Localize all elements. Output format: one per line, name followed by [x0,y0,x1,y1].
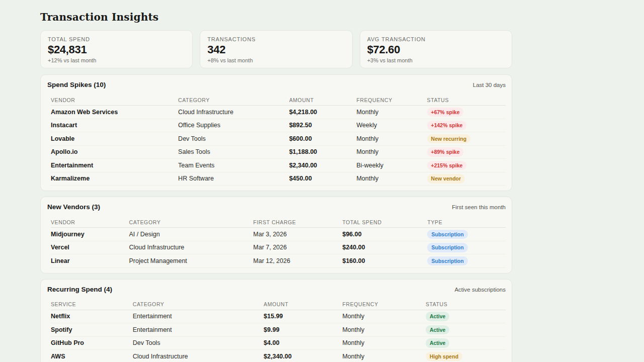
column-header: FREQUENCY [342,301,425,307]
cell: $15.99 [264,313,342,320]
cell: HR Software [178,175,289,182]
section-header-new-vendors: New Vendors (3)First seen this month [47,203,506,212]
stat-trend: +12% vs last month [48,57,185,63]
column-header: AMOUNT [264,301,342,307]
column-header: FIRST CHARGE [253,219,342,225]
table-row: KarmalizemeHR Software$450.00MonthlyNew … [51,172,506,186]
stat-value: $24,831 [48,43,185,56]
status-badge: Subscription [427,256,467,266]
column-header: CATEGORY [129,219,253,225]
column-header: VENDOR [51,97,178,103]
cell: Team Events [178,162,289,169]
table-header-row: VENDORCATEGORYFIRST CHARGETOTAL SPENDTYP… [51,217,506,228]
cell-name: Vercel [51,244,129,251]
cell-status: Active [426,325,505,335]
cell-status: +142% spike [427,121,506,130]
status-badge: Active [426,312,450,321]
column-header: TYPE [427,219,505,225]
status-badge: New vendor [427,174,465,184]
cell-status: Subscription [427,256,505,266]
column-header: TOTAL SPEND [342,219,427,225]
cell: Office Supplies [178,122,289,129]
table-row: GitHub ProDev Tools$4.00MonthlyActive [51,337,506,350]
cell: Mar 3, 2026 [253,231,342,238]
table-row: SpotifyEntertainment$9.99MonthlyActive [51,323,506,337]
table-row: LovableDev Tools$600.00MonthlyNew recurr… [51,132,506,146]
cell-status: Active [426,312,505,321]
cell: $600.00 [289,135,357,142]
cell: Mar 12, 2026 [253,257,342,264]
section-header-recurring-spend: Recurring Spend (4)Active subscriptions [47,286,506,295]
section-title: New Vendors (3) [47,203,100,211]
status-badge: +215% spike [427,161,467,170]
cell: AI / Design [129,231,253,238]
status-badge: +142% spike [427,121,467,130]
table-row: MidjourneyAI / DesignMar 3, 2026$96.00Su… [51,228,506,241]
stat-card-avg-transaction: AVG TRANSACTION $72.60 +3% vs last month [360,30,512,68]
cell-status: +67% spike [427,108,506,117]
table-row: AWSCloud Infrastructure$2,340.00MonthlyH… [51,350,506,362]
status-badge: +89% spike [427,147,464,157]
status-badge: Subscription [427,230,467,239]
section-recurring-spend: Recurring Spend (4)Active subscriptionsS… [40,279,512,362]
stat-label: TOTAL SPEND [48,36,185,42]
table-spend-spikes: VENDORCATEGORYAMOUNTFREQUENCYSTATUSAmazo… [51,95,506,186]
table-row: VercelCloud InfrastructureMar 7, 2026$24… [51,241,506,255]
status-badge: High spend [426,352,462,361]
column-header: AMOUNT [289,97,357,103]
stat-trend: +8% vs last month [207,57,345,63]
cell: Monthly [356,175,427,182]
column-header: VENDOR [51,219,129,225]
section-title: Spend Spikes (10) [47,81,106,88]
cell-name: Apollo.io [51,148,178,155]
cell-name: Linear [51,257,129,264]
cell: Mar 7, 2026 [253,244,342,251]
table-row: LinearProject ManagementMar 12, 2026$160… [51,254,506,268]
cell: $9.99 [264,326,342,333]
cell-name: Midjourney [51,231,129,238]
status-badge: New recurring [427,134,471,144]
section-meta: Active subscriptions [454,287,506,293]
cell-name: AWS [51,353,133,360]
table-row: Apollo.ioSales Tools$1,188.00Monthly+89%… [51,146,506,159]
table-recurring-spend: SERVICECATEGORYAMOUNTFREQUENCYSTATUSNetf… [51,299,506,362]
cell: Sales Tools [178,148,289,155]
cell: Bi-weekly [356,162,427,169]
section-spend-spikes: Spend Spikes (10)Last 30 daysVENDORCATEG… [40,74,512,191]
sections: Spend Spikes (10)Last 30 daysVENDORCATEG… [40,74,512,362]
page-content: Transaction Insights TOTAL SPEND $24,831… [40,0,512,362]
section-title: Recurring Spend (4) [47,286,112,293]
cell-name: Instacart [51,122,178,129]
cell: $892.50 [289,122,357,129]
stat-cards-row: TOTAL SPEND $24,831 +12% vs last month T… [40,30,512,68]
cell: Monthly [356,135,427,142]
table-row: Amazon Web ServicesCloud Infrastructure$… [51,106,506,119]
table-row: InstacartOffice Supplies$892.50Weekly+14… [51,119,506,133]
cell: Monthly [356,109,427,116]
cell: $240.00 [342,244,427,251]
stat-card-total-spend: TOTAL SPEND $24,831 +12% vs last month [40,30,193,68]
cell: $96.00 [342,231,427,238]
cell-name: Netflix [51,313,133,320]
table-row: NetflixEntertainment$15.99MonthlyActive [51,310,506,324]
cell: Cloud Infrastructure [129,244,253,251]
cell: $4.00 [264,339,342,346]
cell: Monthly [342,353,425,360]
table-row: EntertainmentTeam Events$2,340.00Bi-week… [51,159,506,172]
table-new-vendors: VENDORCATEGORYFIRST CHARGETOTAL SPENDTYP… [51,217,506,268]
stat-value: 342 [207,43,345,56]
cell-name: GitHub Pro [51,339,133,346]
column-header: CATEGORY [133,301,264,307]
table-header-row: VENDORCATEGORYAMOUNTFREQUENCYSTATUS [51,95,506,106]
cell: $2,340.00 [264,353,342,360]
status-badge: +67% spike [427,108,464,117]
cell: Project Management [129,257,253,264]
cell: Dev Tools [178,135,289,142]
cell: Weekly [356,122,427,129]
cell: Entertainment [133,313,264,320]
cell-name: Amazon Web Services [51,109,178,116]
column-header: FREQUENCY [356,97,427,103]
stat-label: TRANSACTIONS [207,36,345,42]
cell: $450.00 [289,175,357,182]
cell: Monthly [356,148,427,155]
